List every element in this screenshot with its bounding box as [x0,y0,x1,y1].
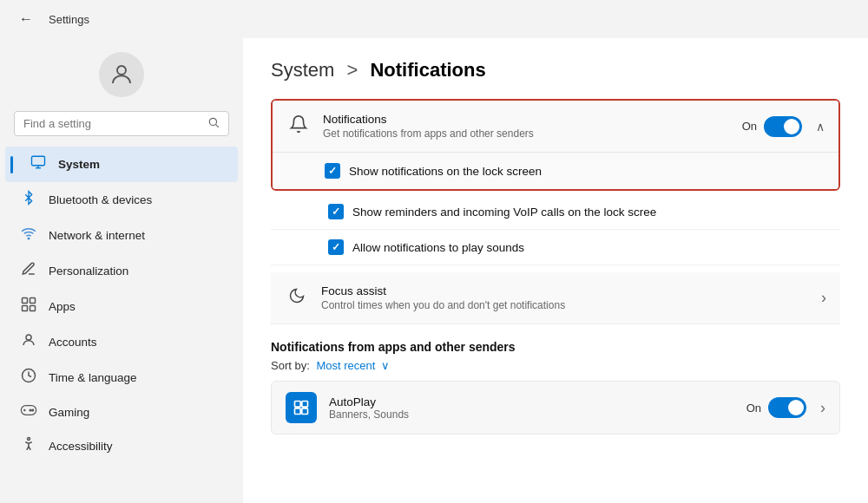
lock-screen-checkbox-row[interactable]: Show notifications on the lock screen [273,152,838,189]
active-accent [10,156,13,173]
svg-rect-19 [295,402,301,408]
svg-point-0 [117,66,126,75]
lock-screen-label: Show notifications on the lock screen [349,165,542,178]
system-icon [29,154,48,174]
autoplay-chevron[interactable]: › [820,399,825,417]
sidebar-item-accessibility[interactable]: Accessibility [5,428,238,464]
accessibility-icon [19,436,38,456]
sidebar-item-gaming[interactable]: Gaming [5,395,238,428]
page-header: System > Notifications [271,59,840,82]
focus-chevron: › [821,289,826,307]
sidebar-item-apps[interactable]: Apps [5,289,238,324]
bluetooth-icon [19,190,38,210]
network-icon [19,225,38,245]
apps-section-title: Notifications from apps and other sender… [271,340,840,354]
autoplay-name: AutoPlay [329,395,734,408]
reminders-label: Show reminders and incoming VoIP calls o… [352,206,656,219]
autoplay-row[interactable]: AutoPlay Banners, Sounds On › [271,381,840,434]
sidebar-item-label-personalization: Personalization [49,265,128,278]
moon-icon [285,287,309,310]
svg-point-11 [26,335,31,340]
svg-point-18 [28,438,30,441]
apps-icon [19,297,38,317]
top-bar: ← Settings [0,0,868,38]
sounds-checkbox-row[interactable]: Allow notifications to play sounds [271,230,840,265]
focus-title: Focus assist [321,284,802,297]
sidebar-item-label-accessibility: Accessibility [49,440,113,453]
sounds-label: Allow notifications to play sounds [352,241,524,254]
focus-desc: Control times when you do and don't get … [321,299,802,311]
reminders-checkbox[interactable] [328,204,344,219]
focus-text: Focus assist Control times when you do a… [321,284,802,311]
autoplay-text: AutoPlay Banners, Sounds [329,395,734,421]
sidebar-item-network[interactable]: Network & internet [5,218,238,253]
main-layout: System Bluetooth & devices [0,38,868,503]
svg-rect-7 [23,298,28,304]
avatar [99,52,144,97]
svg-rect-9 [23,306,28,311]
sidebar-item-system[interactable]: System [5,147,238,182]
sidebar-item-bluetooth[interactable]: Bluetooth & devices [5,182,238,218]
breadcrumb-system: System [271,59,334,81]
breadcrumb-current: Notifications [370,59,485,81]
search-box[interactable] [14,111,229,136]
svg-point-17 [30,409,31,411]
svg-rect-20 [302,402,308,408]
reminders-checkbox-row[interactable]: Show reminders and incoming VoIP calls o… [271,194,840,230]
bell-icon [286,114,311,139]
sort-link[interactable]: Most recent ∨ [316,359,390,372]
back-button[interactable]: ← [14,10,38,29]
sidebar: System Bluetooth & devices [0,38,243,503]
notifications-setting-row[interactable]: Notifications Get notifications from app… [273,101,838,152]
sounds-checkbox[interactable] [328,239,344,255]
svg-point-1 [209,118,216,125]
svg-rect-8 [30,298,36,304]
sort-row: Sort by: Most recent ∨ [271,359,840,372]
notifications-title: Notifications [323,113,730,126]
svg-rect-21 [295,408,301,415]
user-avatar-area [0,38,243,108]
time-icon [19,368,38,388]
gaming-icon [19,403,38,421]
content-area: System > Notifications Notifications Get… [243,38,868,503]
app-title: Settings [49,13,89,26]
notifications-toggle-label: On [742,120,757,133]
personalization-icon [19,261,38,281]
notifications-card: Notifications Get notifications from app… [271,99,840,191]
sidebar-item-personalization[interactable]: Personalization [5,253,238,289]
svg-rect-3 [32,156,45,166]
autoplay-toggle-label: On [746,402,761,415]
svg-rect-22 [302,408,308,415]
search-input[interactable] [23,117,201,130]
notifications-desc: Get notifications from apps and other se… [323,127,730,140]
sidebar-item-label-system: System [58,158,100,171]
breadcrumb-separator: > [346,59,358,81]
svg-line-2 [216,125,219,127]
sidebar-item-label-time: Time & language [49,371,137,384]
sidebar-item-label-gaming: Gaming [49,406,89,419]
lock-screen-checkbox[interactable] [325,163,340,179]
sidebar-item-time[interactable]: Time & language [5,360,238,395]
accounts-icon [19,332,38,352]
sort-label: Sort by: [271,359,310,372]
sidebar-item-label-apps: Apps [49,300,76,313]
autoplay-sub: Banners, Sounds [329,408,734,421]
search-icon [207,116,220,131]
sidebar-item-label-accounts: Accounts [49,336,97,349]
svg-point-6 [28,238,30,239]
notifications-chevron[interactable]: ∧ [816,120,825,134]
notifications-text: Notifications Get notifications from app… [323,113,730,140]
autoplay-right: On › [746,397,825,418]
notifications-toggle[interactable] [764,116,802,137]
sidebar-item-accounts[interactable]: Accounts [5,324,238,360]
focus-assist-row[interactable]: Focus assist Control times when you do a… [271,272,840,324]
svg-point-16 [32,409,34,411]
nav-list: System Bluetooth & devices [0,147,243,464]
sidebar-item-label-network: Network & internet [49,229,145,242]
autoplay-icon [286,392,317,423]
svg-rect-10 [30,306,36,311]
sidebar-item-label-bluetooth: Bluetooth & devices [49,193,152,206]
notifications-toggle-container: On ∧ [742,116,825,137]
autoplay-toggle[interactable] [768,397,806,418]
